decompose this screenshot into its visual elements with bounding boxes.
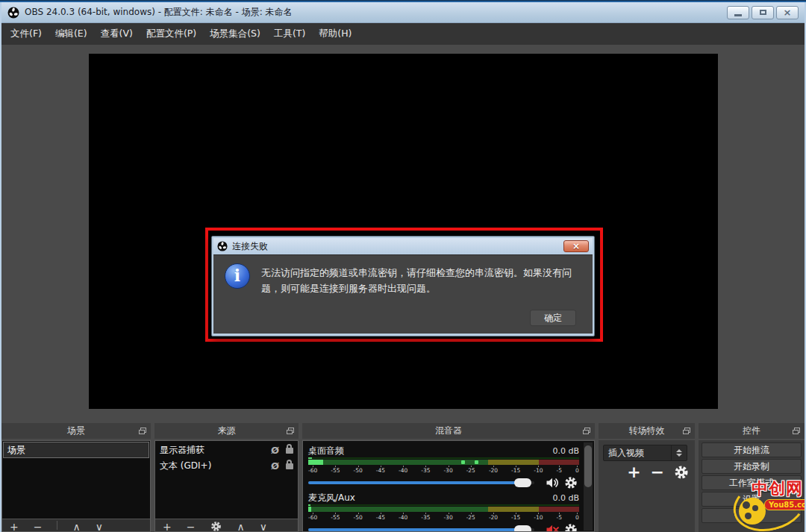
- popout-icon[interactable]: [140, 428, 146, 433]
- volume-slider-handle[interactable]: [514, 478, 531, 487]
- remove-source-button[interactable]: −: [187, 521, 196, 531]
- controls-panel: 控件 开始推流 开始录制 工作室模式 设置 退出: [699, 423, 805, 532]
- sources-panel-title: 来源: [218, 425, 236, 437]
- source-row-display-capture[interactable]: 显示器捕获 Ø: [155, 442, 298, 458]
- close-icon: ×: [572, 242, 580, 251]
- gear-icon[interactable]: [563, 476, 579, 489]
- add-source-button[interactable]: +: [163, 521, 172, 531]
- volume-meter: [308, 460, 579, 465]
- dialog-close-button[interactable]: ×: [563, 240, 589, 252]
- transitions-panel-header[interactable]: 转场特效: [599, 423, 695, 439]
- menu-item-help[interactable]: 帮助(H): [317, 25, 353, 43]
- transitions-panel: 转场特效 插入视频 + −: [599, 423, 695, 532]
- meter-scale: -60-55-50-45-40-35-30-25-20-15-10-50: [308, 513, 579, 522]
- scenes-panel: 场景 场景 + − ∧ ∨: [1, 423, 151, 532]
- channel-name: 麦克风/Aux: [308, 492, 355, 504]
- speaker-muted-icon[interactable]: [544, 522, 560, 532]
- minimize-button[interactable]: [727, 6, 749, 19]
- info-icon: i: [225, 263, 250, 289]
- mixer-panel-title: 混音器: [435, 425, 462, 437]
- ok-button[interactable]: 确定: [530, 310, 576, 326]
- chevron-up-icon: [676, 449, 682, 452]
- menu-item-edit[interactable]: 编辑(E): [54, 25, 89, 43]
- transitions-body: 插入视频 + −: [599, 440, 695, 532]
- scenes-toolbar: + − ∧ ∨: [2, 519, 150, 531]
- annotation-box: 连接失败 × i 无法访问指定的频道或串流密钥，请仔细检查您的串流密钥。如果没有…: [205, 228, 603, 342]
- controls-panel-header[interactable]: 控件: [699, 423, 805, 439]
- remove-scene-button[interactable]: −: [34, 521, 43, 531]
- speaker-icon[interactable]: [544, 475, 560, 490]
- transition-selected-value: 插入视频: [604, 447, 671, 460]
- spinner-control[interactable]: [671, 445, 687, 460]
- maximize-button[interactable]: [752, 6, 774, 19]
- source-properties-gear-icon[interactable]: [210, 521, 222, 531]
- move-source-down-button[interactable]: ∨: [260, 521, 267, 531]
- mixer-channel-mic-aux: 麦克风/Aux 0.0 dB -60-55-50-45-40-35-30-25-…: [308, 492, 579, 532]
- window-title: OBS 24.0.3 (64-bit, windows) - 配置文件: 未命名…: [25, 6, 293, 19]
- dialog-message: 无法访问指定的频道或串流密钥，请仔细检查您的串流密钥。如果没有问题，则可能是连接…: [261, 265, 585, 296]
- lock-icon[interactable]: [286, 463, 293, 469]
- visibility-off-icon[interactable]: Ø: [271, 461, 279, 471]
- source-label: 显示器捕获: [160, 444, 204, 457]
- mixer-panel-header[interactable]: 混音器: [302, 423, 595, 439]
- sources-panel-header[interactable]: 来源: [154, 423, 299, 439]
- popout-icon[interactable]: [288, 428, 294, 433]
- scenes-list: 场景 + − ∧ ∨: [1, 440, 151, 532]
- menu-bar: 文件(F) 编辑(E) 查看(V) 配置文件(P) 场景集合(S) 工具(T) …: [1, 23, 805, 45]
- obs-logo-icon: [217, 241, 228, 251]
- dock-area: 场景 场景 + − ∧ ∨ 来源 显示器: [0, 422, 806, 532]
- visibility-off-icon[interactable]: Ø: [271, 445, 279, 455]
- source-row-text-gdi[interactable]: 文本 (GDI+) Ø: [155, 458, 298, 474]
- menu-item-view[interactable]: 查看(V): [99, 25, 134, 43]
- transition-select[interactable]: 插入视频: [603, 445, 687, 461]
- exit-button[interactable]: 退出: [702, 508, 802, 523]
- studio-mode-button[interactable]: 工作室模式: [702, 475, 802, 490]
- scrollbar-thumb[interactable]: [584, 445, 592, 487]
- menu-item-file[interactable]: 文件(F): [9, 25, 43, 43]
- scene-list-item[interactable]: 场景: [3, 442, 149, 458]
- gear-icon[interactable]: [563, 523, 579, 532]
- popout-icon[interactable]: [684, 428, 690, 433]
- remove-transition-button[interactable]: −: [651, 464, 664, 481]
- volume-meter: [308, 507, 579, 512]
- meter-scale: -60-55-50-45-40-35-30-25-20-15-10-50: [308, 466, 579, 475]
- dialog-titlebar[interactable]: 连接失败 ×: [213, 238, 593, 254]
- volume-slider[interactable]: [308, 528, 534, 531]
- popout-icon[interactable]: [584, 428, 590, 433]
- scenes-panel-header[interactable]: 场景: [1, 423, 151, 439]
- dialog-title: 连接失败: [232, 240, 268, 253]
- settings-button[interactable]: 设置: [702, 492, 802, 507]
- maximize-icon: [760, 10, 766, 15]
- source-label: 文本 (GDI+): [160, 460, 211, 472]
- sources-toolbar: + − ∧ ∨: [155, 519, 298, 531]
- chevron-down-icon: [676, 454, 682, 457]
- transition-properties-gear-icon[interactable]: [674, 465, 689, 480]
- channel-db-value: 0.0 dB: [552, 446, 579, 456]
- obs-main-window: OBS 24.0.3 (64-bit, windows) - 配置文件: 未命名…: [0, 0, 806, 532]
- menu-item-profile[interactable]: 配置文件(P): [145, 25, 198, 43]
- menu-item-tools[interactable]: 工具(T): [272, 25, 307, 43]
- mixer-scrollbar[interactable]: [584, 442, 593, 531]
- sources-list: 显示器捕获 Ø 文本 (GDI+) Ø + −: [154, 440, 299, 532]
- toolbar-separator: [57, 521, 57, 530]
- move-scene-down-button[interactable]: ∨: [96, 521, 103, 531]
- channel-name: 桌面音频: [308, 445, 344, 457]
- move-scene-up-button[interactable]: ∧: [72, 521, 80, 531]
- start-recording-button[interactable]: 开始录制: [702, 459, 802, 474]
- close-button[interactable]: ×: [776, 6, 799, 19]
- minimize-icon: [734, 14, 742, 16]
- mixer-panel: 混音器 桌面音频 0.0 dB -: [302, 423, 595, 532]
- popout-icon[interactable]: [794, 428, 800, 433]
- volume-slider[interactable]: [308, 481, 534, 484]
- add-transition-button[interactable]: +: [627, 464, 640, 481]
- window-titlebar[interactable]: OBS 24.0.3 (64-bit, windows) - 配置文件: 未命名…: [1, 2, 805, 23]
- start-streaming-button[interactable]: 开始推流: [702, 442, 802, 457]
- menu-item-scene-collection[interactable]: 场景集合(S): [208, 25, 262, 43]
- window-left-border: [0, 2, 1, 532]
- sources-panel: 来源 显示器捕获 Ø 文本 (GDI+) Ø + −: [154, 423, 299, 532]
- volume-slider-handle[interactable]: [514, 525, 531, 532]
- controls-panel-title: 控件: [743, 425, 760, 437]
- add-scene-button[interactable]: +: [10, 521, 19, 531]
- lock-icon[interactable]: [286, 448, 293, 454]
- move-source-up-button[interactable]: ∧: [237, 521, 244, 531]
